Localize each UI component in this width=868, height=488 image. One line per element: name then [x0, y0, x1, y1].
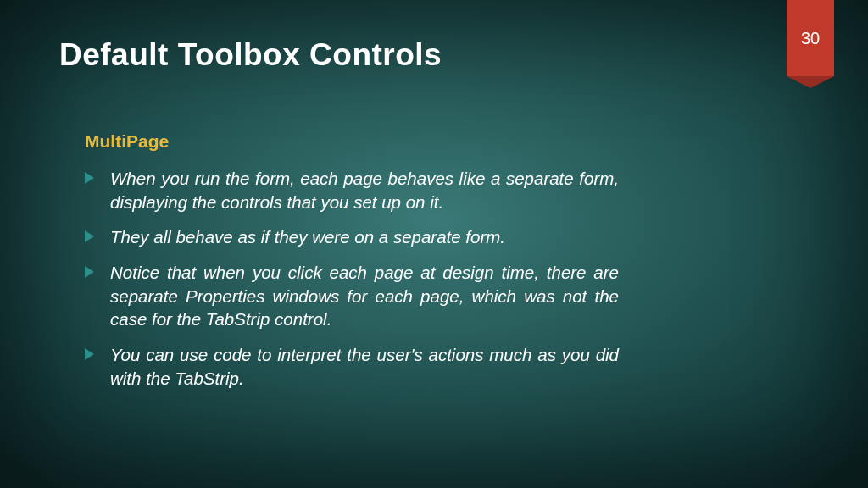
- triangle-bullet-icon: [85, 348, 94, 360]
- bullet-item: You can use code to interpret the user's…: [85, 343, 619, 390]
- triangle-bullet-icon: [85, 172, 94, 184]
- triangle-bullet-icon: [85, 230, 94, 242]
- slide: Default Toolbox Controls 30 MultiPage Wh…: [0, 0, 868, 488]
- section-heading: MultiPage: [85, 131, 619, 152]
- bullet-item: When you run the form, each page behaves…: [85, 167, 619, 214]
- bullet-text: You can use code to interpret the user's…: [110, 345, 619, 388]
- bullet-text: Notice that when you click each page at …: [110, 263, 619, 329]
- page-number-ribbon: 30: [787, 0, 834, 76]
- bullet-text: When you run the form, each page behaves…: [110, 169, 619, 212]
- slide-title: Default Toolbox Controls: [59, 37, 442, 73]
- bullet-item: They all behave as if they were on a sep…: [85, 225, 619, 249]
- bullet-list: When you run the form, each page behaves…: [85, 167, 619, 390]
- bullet-item: Notice that when you click each page at …: [85, 261, 619, 331]
- bullet-text: They all behave as if they were on a sep…: [110, 227, 505, 247]
- triangle-bullet-icon: [85, 266, 94, 278]
- page-number: 30: [801, 29, 820, 48]
- slide-content: MultiPage When you run the form, each pa…: [85, 131, 619, 402]
